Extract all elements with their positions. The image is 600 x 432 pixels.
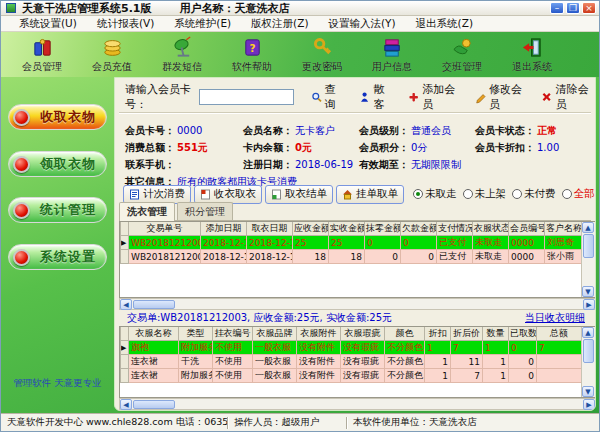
register-date: 2018-06-19	[295, 159, 353, 170]
pickup-order-button[interactable]: 挂单取单	[336, 185, 404, 204]
table-cell: 已支付	[437, 236, 473, 250]
orders-horizontal-scrollbar[interactable]: ◀ ▶	[119, 298, 596, 310]
menu-input-method[interactable]: 设置输入法(Y)	[319, 17, 406, 31]
orders-table: 交易单号添加日期取衣日期应收金额实收金额抹零金额欠款金额支付情况衣服状态会员编号…	[120, 222, 581, 264]
toolbar-change-password[interactable]: 更改密码	[287, 36, 357, 74]
menu-copyright-register[interactable]: 版权注册(Z)	[241, 17, 318, 31]
summary-row: 交易单:WB20181212003, 应收金额:25元, 实收金额:25元 当日…	[127, 311, 585, 323]
table-row[interactable]: WB201812120022018-12-122018-12-13181800已…	[121, 250, 582, 264]
table-cell: 附加服务	[179, 341, 213, 355]
query-button[interactable]: 查询	[311, 82, 343, 112]
field-label: 会员级别：	[359, 124, 409, 138]
close-button[interactable]: ×	[582, 2, 596, 14]
scroll-up-arrow[interactable]: ▲	[582, 327, 594, 338]
settle-order-button[interactable]: 取衣结单	[265, 185, 333, 204]
scroll-thumb[interactable]	[583, 339, 594, 363]
scroll-up-arrow[interactable]: ▲	[582, 222, 594, 233]
minimize-button[interactable]: –	[550, 2, 564, 14]
menu-system-settings[interactable]: 系统设置(U)	[9, 17, 87, 31]
table-cell: 不使用	[213, 369, 253, 383]
items-vertical-scrollbar[interactable]: ▲ ▼	[581, 327, 595, 397]
menu-statistics-report[interactable]: 统计报表(V)	[87, 17, 164, 31]
scroll-right-arrow[interactable]: ▶	[583, 299, 595, 310]
search-row: 请输入会员卡号： 查询 散客 添加会员 修改会员	[125, 88, 591, 106]
column-header: 折后价	[451, 327, 483, 341]
table-cell: 没有附件	[297, 355, 341, 369]
column-header: 添加日期	[201, 222, 247, 236]
search-icon	[311, 90, 322, 104]
add-member-button[interactable]: 添加会员	[408, 82, 458, 112]
table-cell: 7	[451, 369, 483, 383]
action-row: 计次消费 收衣取衣 取衣结单 挂单取单 未取走 未上架 未付费 全部	[123, 184, 593, 204]
radio-icon	[562, 189, 572, 199]
table-row[interactable]: 连衣裙干洗不使用一般衣服没有附件没有瑕疵不分颜色11110	[121, 355, 582, 369]
maximize-button[interactable]: ❐	[566, 2, 580, 14]
field-label: 注册日期：	[243, 158, 293, 172]
orders-table-zone: 交易单号添加日期取衣日期应收金额实收金额抹零金额欠款金额支付情况衣服状态会员编号…	[119, 221, 596, 298]
toolbar-help[interactable]: ? 软件帮助	[217, 36, 287, 74]
orders-vertical-scrollbar[interactable]: ▲ ▼	[581, 222, 595, 297]
scroll-down-arrow[interactable]: ▼	[582, 286, 594, 297]
clear-member-button[interactable]: 清除会员	[541, 82, 591, 112]
tab-laundry-manage[interactable]: 洗衣管理	[119, 202, 175, 221]
receive-clothes-button[interactable]: 收衣取衣	[194, 185, 262, 204]
sidebar-button-receive-clothes[interactable]: 收取衣物	[8, 104, 107, 130]
scroll-left-arrow[interactable]: ◀	[120, 399, 132, 410]
radio-not-taken[interactable]: 未取走	[413, 187, 457, 201]
main-panel: 请输入会员卡号： 查询 散客 添加会员 修改会员	[114, 77, 596, 411]
column-header: 衣服状态	[473, 222, 509, 236]
toolbar-shift-manage[interactable]: 交班管理	[427, 36, 497, 74]
card-number-input[interactable]	[199, 89, 294, 105]
row-marker	[121, 355, 129, 369]
table-row[interactable]: 连衣裙附加服务不使用一般衣服没有附件没有瑕疵不分颜色1710	[121, 369, 582, 383]
receive-clothes-label: 收衣取衣	[214, 187, 256, 201]
table-row[interactable]: ▶WB201812120032018-12-122018-12-13252500…	[121, 236, 582, 250]
column-header: 欠款金额	[401, 222, 437, 236]
scroll-thumb[interactable]	[133, 400, 175, 409]
toolbar-label: 退出系统	[512, 60, 552, 74]
scroll-right-arrow[interactable]: ▶	[583, 399, 595, 410]
toolbar-member-recharge[interactable]: 会员充值	[77, 36, 147, 74]
toolbar-user-info[interactable]: 用户信息	[357, 36, 427, 74]
tab-points-manage[interactable]: 积分管理	[177, 202, 233, 220]
house-icon	[342, 189, 353, 200]
table-cell: 0	[509, 355, 537, 369]
radio-all[interactable]: 全部	[562, 187, 595, 201]
toolbar-label: 用户信息	[372, 60, 412, 74]
scroll-thumb[interactable]	[583, 234, 594, 258]
scroll-left-arrow[interactable]: ◀	[120, 299, 132, 310]
table-row[interactable]: ▶旗袍附加服务不使用一般衣服没有附件没有瑕疵不分颜色17107	[121, 341, 582, 355]
menu-exit-system[interactable]: 退出系统(Z)	[406, 17, 483, 31]
sidebar-button-pickup-clothes[interactable]: 领取衣物	[8, 151, 107, 177]
sidebar-button-statistics[interactable]: 统计管理	[8, 197, 107, 223]
column-header: 颜色	[385, 327, 425, 341]
walkin-customer-button[interactable]: 散客	[359, 82, 391, 112]
field-label: 会员卡折扣：	[475, 141, 535, 155]
radio-label: 未上架	[475, 187, 507, 201]
toolbar-member-manage[interactable]: 会员管理	[7, 36, 77, 74]
toolbar: 会员管理 会员充值 群发短信 ? 软件帮助 更改密码 用户信息 交班管理 退出系	[1, 32, 599, 77]
edit-member-button[interactable]: 修改会员	[475, 82, 525, 112]
radio-unpaid[interactable]: 未付费	[512, 187, 556, 201]
column-header: 数量	[483, 327, 509, 341]
table-cell: 7	[451, 341, 483, 355]
count-consume-button[interactable]: 计次消费	[123, 185, 191, 204]
sidebar-button-system-settings[interactable]: 系统设置	[8, 244, 107, 270]
radio-not-shelved[interactable]: 未上架	[463, 187, 507, 201]
menu-system-maintenance[interactable]: 系统维护(E)	[164, 17, 241, 31]
scroll-thumb[interactable]	[133, 300, 175, 309]
plus-icon	[408, 90, 419, 104]
column-header: 应收金额	[293, 222, 329, 236]
column-header: 取衣日期	[247, 222, 293, 236]
toolbar-exit[interactable]: 退出系统	[497, 36, 567, 74]
toolbar-label: 会员充值	[92, 60, 132, 74]
valid-until: 无期限限制	[411, 158, 461, 172]
items-horizontal-scrollbar[interactable]: ◀ ▶	[119, 398, 596, 410]
today-receive-detail-link[interactable]: 当日收衣明细	[525, 311, 585, 323]
toolbar-label: 交班管理	[442, 60, 482, 74]
scroll-down-arrow[interactable]: ▼	[582, 386, 594, 397]
table-cell: 18	[293, 250, 329, 264]
column-header: 衣服瑕疵	[341, 327, 385, 341]
toolbar-sms[interactable]: 群发短信	[147, 36, 217, 74]
window-title: 天意干洗店管理系统5.1版	[22, 1, 152, 16]
